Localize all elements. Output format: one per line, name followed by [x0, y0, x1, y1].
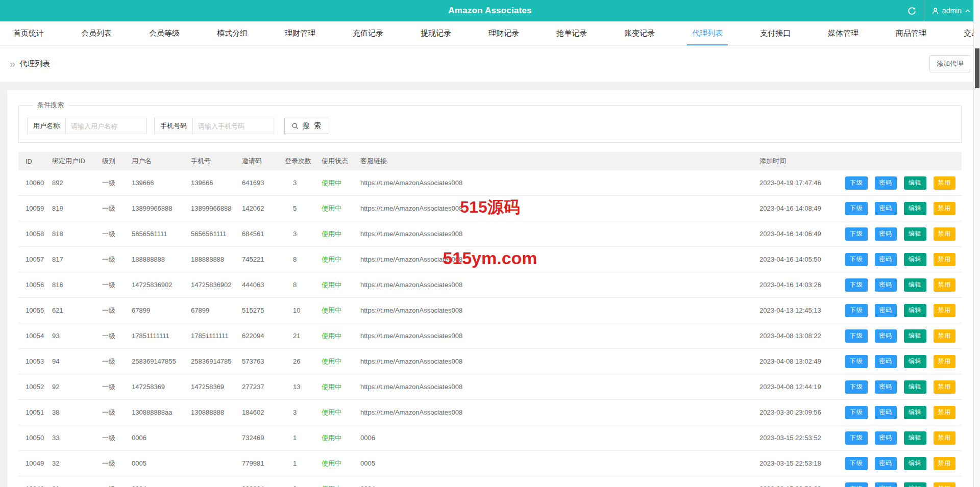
add-agent-button[interactable]: 添加代理: [929, 55, 970, 72]
nav-tab-11[interactable]: 代理列表: [687, 21, 728, 45]
action-button-yellow[interactable]: 禁用: [934, 176, 956, 190]
topbar-right: admin: [900, 0, 971, 21]
action-button-green[interactable]: 编辑: [904, 329, 926, 343]
scrollbar-thumb[interactable]: [975, 48, 979, 88]
action-button-yellow[interactable]: 禁用: [934, 253, 956, 266]
action-button-blue[interactable]: 下级: [845, 406, 868, 419]
nav-tab-7[interactable]: 提现记录: [415, 21, 456, 45]
cell-invite_code: 142062: [240, 196, 283, 221]
action-button-blue[interactable]: 密码: [875, 304, 897, 317]
cell-actions: 下级密码编辑禁用: [843, 323, 962, 349]
action-button-yellow[interactable]: 禁用: [934, 355, 956, 368]
action-button-green[interactable]: 编辑: [904, 278, 926, 292]
breadcrumb-chevrons-icon: »: [10, 59, 15, 69]
action-button-blue[interactable]: 密码: [875, 482, 897, 487]
action-button-blue[interactable]: 下级: [845, 304, 868, 317]
action-button-blue[interactable]: 下级: [845, 253, 868, 266]
cell-level: 一级: [100, 298, 130, 323]
action-button-yellow[interactable]: 禁用: [934, 227, 956, 241]
column-header: 用户名: [130, 152, 189, 170]
cell-created_at: 2023-04-08 12:44:19: [757, 374, 843, 400]
action-button-yellow[interactable]: 禁用: [934, 431, 956, 445]
action-button-green[interactable]: 编辑: [904, 176, 926, 190]
cell-service_link: 0005: [358, 451, 757, 476]
nav-tab-5[interactable]: 理财管理: [280, 21, 321, 45]
nav-tab-14[interactable]: 商品管理: [891, 21, 932, 45]
cell-service_link: https://t.me/AmazonAssociates008: [358, 298, 757, 323]
cell-login_count: 1: [283, 425, 320, 451]
nav-tab-2[interactable]: 会员列表: [76, 21, 117, 45]
action-button-blue[interactable]: 密码: [875, 329, 897, 343]
refresh-icon[interactable]: [900, 0, 924, 21]
cell-bind_id: 92: [50, 374, 100, 400]
table-row: 10059819一级13899966888138999668881420625使…: [18, 196, 962, 221]
action-button-blue[interactable]: 下级: [845, 355, 868, 368]
username-search-input[interactable]: [65, 118, 147, 134]
action-button-green[interactable]: 编辑: [904, 406, 926, 419]
search-button[interactable]: 搜 索: [284, 118, 329, 134]
action-button-blue[interactable]: 下级: [845, 329, 868, 343]
nav-tab-6[interactable]: 充值记录: [348, 21, 388, 45]
nav-tab-4[interactable]: 模式分组: [212, 21, 253, 45]
action-button-yellow[interactable]: 禁用: [934, 482, 956, 487]
action-button-blue[interactable]: 密码: [875, 278, 897, 292]
phone-search-input[interactable]: [192, 118, 274, 134]
action-button-blue[interactable]: 密码: [875, 380, 897, 394]
action-button-yellow[interactable]: 禁用: [934, 304, 956, 317]
action-button-yellow[interactable]: 禁用: [934, 202, 956, 215]
action-button-blue[interactable]: 下级: [845, 380, 868, 394]
cell-username: 139666: [130, 170, 189, 196]
cell-username: 0004: [130, 476, 189, 487]
cell-level: 一级: [100, 451, 130, 476]
action-button-blue[interactable]: 密码: [875, 457, 897, 470]
nav-tab-12[interactable]: 支付接口: [755, 21, 796, 45]
action-button-blue[interactable]: 下级: [845, 278, 868, 292]
nav-tab-13[interactable]: 媒体管理: [823, 21, 864, 45]
action-button-green[interactable]: 编辑: [904, 457, 926, 470]
action-button-blue[interactable]: 密码: [875, 176, 897, 190]
action-button-blue[interactable]: 密码: [875, 431, 897, 445]
nav-tab-1[interactable]: 首页统计: [8, 21, 49, 45]
action-button-blue[interactable]: 密码: [875, 253, 897, 266]
action-button-green[interactable]: 编辑: [904, 355, 926, 368]
action-button-blue[interactable]: 下级: [845, 482, 868, 487]
nav-tab-3[interactable]: 会员等级: [144, 21, 185, 45]
cell-created_at: 2023-04-16 14:05:50: [757, 247, 843, 272]
action-button-blue[interactable]: 下级: [845, 227, 868, 241]
action-button-yellow[interactable]: 禁用: [934, 380, 956, 394]
action-button-green[interactable]: 编辑: [904, 431, 926, 445]
action-button-yellow[interactable]: 禁用: [934, 457, 956, 470]
action-button-blue[interactable]: 下级: [845, 431, 868, 445]
action-button-blue[interactable]: 密码: [875, 227, 897, 241]
cell-service_link: https://t.me/AmazonAssociates008: [358, 196, 757, 221]
nav-tab-10[interactable]: 账变记录: [619, 21, 660, 45]
search-panel: 条件搜索 用户名称 手机号码 搜 索: [18, 100, 962, 143]
cell-created_at: 2023-04-16 14:03:26: [757, 272, 843, 298]
status-badge: 使用中: [322, 383, 341, 391]
action-button-green[interactable]: 编辑: [904, 380, 926, 394]
action-button-blue[interactable]: 下级: [845, 457, 868, 470]
action-button-yellow[interactable]: 禁用: [934, 406, 956, 419]
nav-tab-8[interactable]: 理财记录: [483, 21, 524, 45]
cell-created_at: 2023-04-08 13:02:49: [757, 349, 843, 374]
action-button-blue[interactable]: 下级: [845, 176, 868, 190]
vertical-scrollbar[interactable]: [973, 0, 980, 487]
cell-service_link: https://t.me/AmazonAssociates008: [358, 170, 757, 196]
action-button-green[interactable]: 编辑: [904, 253, 926, 266]
cell-login_count: 8: [283, 272, 320, 298]
action-button-green[interactable]: 编辑: [904, 227, 926, 241]
action-button-blue[interactable]: 密码: [875, 406, 897, 419]
action-button-blue[interactable]: 密码: [875, 202, 897, 215]
action-button-green[interactable]: 编辑: [904, 482, 926, 487]
action-button-blue[interactable]: 密码: [875, 355, 897, 368]
user-menu[interactable]: admin: [932, 7, 971, 15]
action-button-blue[interactable]: 下级: [845, 202, 868, 215]
nav-tab-9[interactable]: 抢单记录: [551, 21, 592, 45]
status-badge: 使用中: [322, 306, 341, 314]
column-header: 邀请码: [240, 152, 283, 170]
action-button-yellow[interactable]: 禁用: [934, 329, 956, 343]
action-button-yellow[interactable]: 禁用: [934, 278, 956, 292]
column-header: ID: [18, 152, 50, 170]
action-button-green[interactable]: 编辑: [904, 202, 926, 215]
action-button-green[interactable]: 编辑: [904, 304, 926, 317]
